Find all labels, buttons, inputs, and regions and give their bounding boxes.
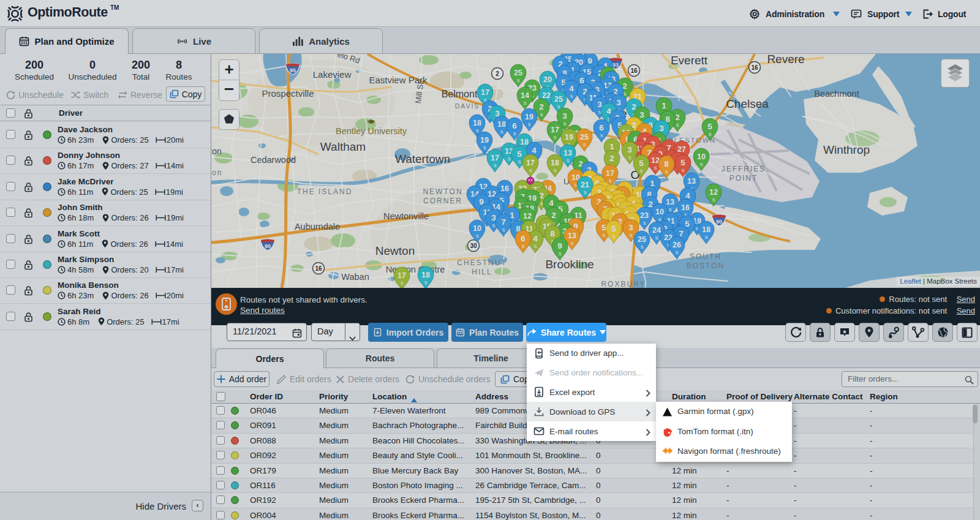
svg-text:s: s (557, 103, 560, 110)
svg-text:5: 5 (680, 158, 685, 167)
svg-text:6: 6 (512, 121, 517, 130)
svg-text:s: s (502, 226, 505, 233)
svg-text:s: s (564, 120, 567, 127)
svg-text:s: s (669, 206, 672, 213)
svg-text:24: 24 (652, 226, 661, 235)
svg-text:17: 17 (481, 88, 489, 97)
svg-text:s: s (628, 154, 631, 160)
svg-text:HILL: HILL (472, 268, 492, 276)
svg-text:s: s (517, 77, 520, 83)
svg-text:93: 93 (612, 62, 619, 68)
svg-text:Lakeview: Lakeview (313, 69, 352, 80)
svg-text:Waban: Waban (341, 272, 369, 282)
svg-text:4: 4 (533, 234, 538, 243)
svg-text:s: s (665, 168, 668, 175)
svg-text:25: 25 (638, 235, 646, 244)
svg-text:17: 17 (551, 126, 559, 134)
svg-text:s: s (518, 158, 521, 165)
svg-text:12: 12 (709, 188, 718, 197)
svg-text:Waltham: Waltham (320, 140, 366, 153)
svg-text:s: s (603, 232, 606, 238)
svg-text:s: s (570, 92, 573, 99)
svg-text:s: s (554, 134, 557, 140)
svg-text:5: 5 (517, 149, 522, 159)
svg-text:POINT: POINT (729, 174, 758, 183)
svg-text:3: 3 (628, 223, 633, 232)
svg-text:Cedarwood: Cedarwood (251, 155, 296, 165)
svg-text:Bentley University: Bentley University (336, 126, 407, 136)
svg-text:s: s (494, 162, 497, 168)
svg-text:3: 3 (639, 110, 644, 119)
svg-text:s: s (612, 233, 616, 239)
svg-text:90: 90 (265, 243, 271, 249)
svg-text:16: 16 (630, 67, 638, 74)
svg-text:18: 18 (520, 138, 529, 146)
svg-text:16: 16 (315, 265, 322, 272)
svg-text:5: 5 (611, 224, 616, 233)
svg-text:10: 10 (655, 208, 664, 216)
svg-text:18: 18 (421, 271, 430, 279)
svg-text:SOUTH: SOUTH (690, 252, 722, 261)
svg-text:1: 1 (662, 101, 666, 110)
svg-text:s: s (583, 141, 586, 148)
svg-text:s: s (500, 128, 503, 135)
svg-text:s: s (705, 233, 708, 240)
svg-text:Newtonville: Newtonville (383, 211, 429, 221)
svg-text:s: s (534, 243, 537, 249)
svg-text:3: 3 (659, 124, 664, 133)
svg-text:17: 17 (398, 271, 406, 280)
svg-text:s: s (584, 189, 587, 195)
svg-text:6: 6 (599, 123, 604, 132)
svg-text:s: s (658, 216, 662, 222)
svg-text:s: s (424, 279, 428, 285)
svg-text:s: s (554, 167, 557, 173)
svg-text:16: 16 (681, 203, 690, 212)
svg-text:s: s (540, 111, 543, 118)
svg-text:2: 2 (539, 102, 544, 111)
svg-text:12: 12 (523, 212, 532, 220)
svg-text:DAVIS: DAVIS (455, 102, 480, 110)
svg-text:Everett: Everett (671, 54, 708, 67)
svg-text:18: 18 (551, 159, 559, 167)
svg-text:3: 3 (616, 98, 621, 107)
svg-text:Beachmont: Beachmont (814, 89, 859, 99)
svg-text:s: s (630, 232, 633, 238)
svg-text:Brookline: Brookline (545, 258, 594, 271)
svg-text:Newton: Newton (375, 244, 415, 257)
svg-text:25: 25 (554, 95, 563, 104)
svg-text:s: s (712, 196, 715, 203)
svg-text:25: 25 (514, 69, 522, 77)
svg-text:30: 30 (470, 243, 477, 249)
svg-text:17: 17 (526, 159, 535, 167)
svg-text:25: 25 (580, 133, 589, 141)
svg-text:13: 13 (666, 198, 674, 206)
svg-text:s: s (528, 121, 531, 127)
svg-text:7: 7 (501, 217, 506, 227)
svg-text:Watertown: Watertown (395, 153, 450, 165)
svg-text:Chelsea: Chelsea (726, 97, 769, 110)
svg-text:95: 95 (290, 67, 296, 73)
svg-text:s: s (600, 132, 603, 138)
svg-text:s: s (571, 239, 574, 246)
svg-text:8: 8 (664, 159, 669, 168)
svg-text:2: 2 (496, 70, 499, 77)
svg-text:s: s (492, 222, 496, 228)
svg-text:CORNER: CORNER (423, 197, 462, 205)
svg-text:10: 10 (473, 224, 481, 233)
svg-text:Prospectville: Prospectville (262, 88, 314, 99)
svg-text:s: s (513, 130, 516, 137)
svg-text:s: s (709, 130, 712, 137)
svg-text:s: s (559, 250, 562, 257)
svg-text:s: s (700, 160, 703, 167)
svg-text:2: 2 (551, 211, 556, 220)
svg-text:ROXBURY: ROXBURY (601, 280, 646, 288)
svg-text:3: 3 (627, 145, 632, 154)
svg-text:16: 16 (500, 184, 509, 193)
svg-text:18: 18 (497, 120, 506, 129)
svg-text:s: s (483, 144, 486, 151)
svg-text:s: s (540, 200, 543, 206)
svg-text:s: s (476, 232, 479, 239)
svg-text:Auburndale: Auburndale (295, 222, 340, 232)
svg-text:19: 19 (565, 133, 573, 141)
svg-text:s: s (641, 243, 644, 250)
